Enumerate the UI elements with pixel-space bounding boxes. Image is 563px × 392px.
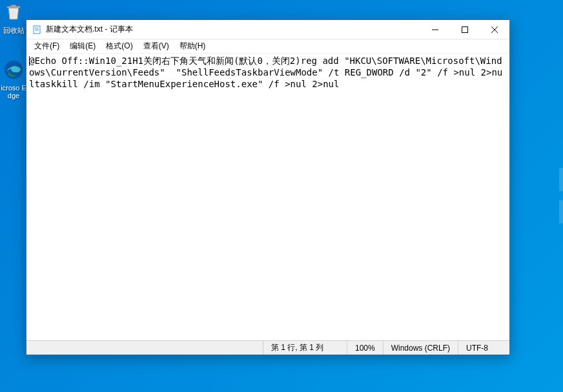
- recycle-bin-label: 回收站: [0, 26, 27, 36]
- text-editor[interactable]: @Echo Off::Win10_21H1关闭右下角天气和新闻(默认0，关闭2)…: [26, 54, 509, 340]
- statusbar: 第 1 行, 第 1 列 100% Windows (CRLF) UTF-8: [26, 340, 509, 355]
- notepad-window: 新建文本文档.txt - 记事本 文件(F) 编辑(E) 格式(O) 查看(V)…: [26, 19, 510, 355]
- menu-edit[interactable]: 编辑(E): [65, 39, 101, 53]
- close-button[interactable]: [480, 20, 509, 39]
- edge-icon: [2, 58, 25, 81]
- desktop-icon-recycle-bin[interactable]: 回收站: [0, 0, 27, 36]
- recycle-bin-icon: [2, 0, 25, 23]
- menu-help[interactable]: 帮助(H): [174, 39, 211, 53]
- menu-format[interactable]: 格式(O): [101, 39, 138, 53]
- status-eol: Windows (CRLF): [383, 341, 458, 355]
- desktop: 回收站 icroso Edge 新建文本文档.txt - 记事本: [0, 0, 563, 392]
- svg-rect-6: [462, 26, 468, 32]
- side-accent: [559, 200, 563, 223]
- menu-view[interactable]: 查看(V): [138, 39, 174, 53]
- minimize-button[interactable]: [420, 20, 450, 39]
- side-accent: [559, 168, 563, 191]
- notepad-icon: [32, 25, 42, 35]
- window-title: 新建文本文档.txt - 记事本: [46, 24, 420, 35]
- maximize-button[interactable]: [450, 20, 480, 39]
- edge-label: icroso Edge: [0, 84, 27, 99]
- editor-content: @Echo Off::Win10_21H1关闭右下角天气和新闻(默认0，关闭2)…: [29, 56, 502, 89]
- menubar: 文件(F) 编辑(E) 格式(O) 查看(V) 帮助(H): [26, 39, 509, 54]
- window-controls: [420, 20, 509, 39]
- menu-file[interactable]: 文件(F): [29, 39, 65, 53]
- svg-rect-1: [34, 26, 40, 34]
- status-encoding: UTF-8: [458, 341, 509, 355]
- desktop-icon-edge[interactable]: icroso Edge: [0, 58, 27, 99]
- status-position: 第 1 行, 第 1 列: [263, 341, 347, 355]
- status-zoom: 100%: [347, 341, 383, 355]
- titlebar[interactable]: 新建文本文档.txt - 记事本: [26, 20, 509, 39]
